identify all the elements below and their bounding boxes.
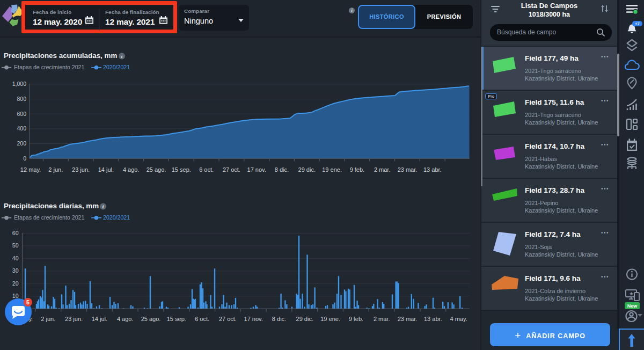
svg-text:6 oct.: 6 oct. [195, 316, 209, 322]
svg-text:New: New [627, 303, 638, 309]
svg-text:Etapas de crecimiento 2021: Etapas de crecimiento 2021 [14, 214, 84, 221]
svg-text:27 oct.: 27 oct. [223, 166, 240, 173]
svg-text:★: ★ [629, 291, 633, 296]
svg-text:800: 800 [17, 96, 26, 102]
svg-text:Etapas de crecimiento 2021: Etapas de crecimiento 2021 [14, 64, 84, 70]
svg-text:1,000: 1,000 [12, 81, 26, 87]
svg-text:2 jun.: 2 jun. [48, 166, 63, 173]
svg-text:8 dic.: 8 dic. [275, 166, 289, 173]
svg-text:0: 0 [23, 155, 26, 162]
svg-text:27 oct.: 27 oct. [219, 316, 237, 322]
svg-text:23 jun.: 23 jun. [65, 316, 83, 322]
svg-text:9 feb.: 9 feb. [350, 166, 365, 173]
svg-text:4 ago.: 4 ago. [117, 316, 134, 322]
svg-text:13 abr.: 13 abr. [424, 316, 442, 322]
svg-text:2020/2021: 2020/2021 [103, 214, 130, 221]
svg-text:30: 30 [12, 267, 19, 274]
svg-text:19 ene.: 19 ene. [320, 316, 340, 322]
svg-text:+7: +7 [635, 21, 640, 26]
svg-text:12 may.: 12 may. [20, 166, 41, 173]
svg-text:13 abr.: 13 abr. [423, 166, 442, 173]
svg-text:25 ago.: 25 ago. [141, 316, 161, 322]
svg-text:19 ene.: 19 ene. [322, 166, 342, 173]
svg-text:4 ago.: 4 ago. [123, 166, 140, 173]
svg-text:4 may.: 4 may. [450, 316, 467, 322]
svg-text:600: 600 [17, 111, 26, 117]
svg-text:60: 60 [12, 230, 19, 236]
svg-text:20: 20 [12, 280, 19, 287]
svg-text:9 feb.: 9 feb. [349, 316, 364, 322]
svg-text:2 jun.: 2 jun. [41, 316, 55, 322]
svg-text:29 dic.: 29 dic. [298, 166, 316, 173]
svg-text:6 oct.: 6 oct. [199, 166, 214, 173]
svg-text:14 jul.: 14 jul. [98, 166, 114, 173]
svg-text:17 nov.: 17 nov. [247, 166, 266, 173]
svg-text:2020/2021: 2020/2021 [103, 64, 130, 70]
svg-text:15 sep.: 15 sep. [172, 166, 191, 173]
svg-text:23 jun.: 23 jun. [72, 166, 90, 173]
svg-text:25 ago.: 25 ago. [147, 166, 166, 173]
svg-text:8 dic.: 8 dic. [272, 316, 286, 322]
svg-text:400: 400 [17, 125, 26, 132]
svg-text:Precipitaciones acumuladas, mm: Precipitaciones acumuladas, mm [4, 52, 117, 60]
svg-text:23 mar.: 23 mar. [398, 166, 418, 173]
svg-text:2 mar.: 2 mar. [374, 316, 390, 322]
svg-text:15 sep.: 15 sep. [167, 316, 186, 322]
svg-text:40: 40 [12, 255, 19, 261]
svg-text:Precipitaciones diarias, mm: Precipitaciones diarias, mm [4, 202, 99, 210]
svg-text:50: 50 [12, 242, 19, 249]
svg-text:23 mar.: 23 mar. [398, 316, 418, 322]
svg-text:29 dic.: 29 dic. [296, 316, 313, 322]
svg-text:14 jul.: 14 jul. [92, 316, 107, 322]
svg-text:2 mar.: 2 mar. [374, 166, 391, 173]
svg-text:17 nov.: 17 nov. [244, 316, 263, 322]
svg-text:200: 200 [17, 140, 26, 147]
